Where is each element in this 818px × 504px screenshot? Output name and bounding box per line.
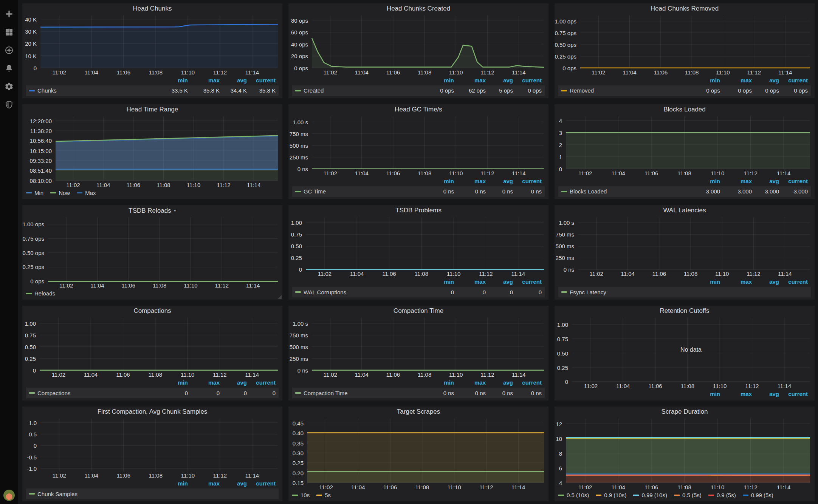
time-series-graph[interactable]	[312, 318, 544, 370]
time-series-graph[interactable]	[566, 116, 810, 169]
stat-header-current[interactable]: current	[513, 379, 542, 387]
panel-title[interactable]: Compactions	[22, 306, 282, 316]
legend-series-toggle[interactable]: Now	[50, 190, 70, 196]
stat-header-avg[interactable]: avg	[220, 379, 247, 387]
panel-title[interactable]: TSDB Reloads▾	[22, 205, 282, 216]
stat-header-max[interactable]: max	[720, 76, 752, 85]
legend-series-toggle[interactable]: WAL Corruptions	[295, 289, 346, 295]
stat-header-current[interactable]: current	[779, 278, 808, 286]
legend-series-toggle[interactable]: 0.5 (5s)	[674, 492, 702, 498]
time-series-graph[interactable]	[40, 318, 278, 370]
stat-header-max[interactable]: max	[188, 76, 220, 85]
stat-header-avg[interactable]: avg	[486, 76, 513, 85]
stat-header-avg[interactable]: avg	[752, 177, 779, 186]
stat-header-max[interactable]: max	[454, 379, 486, 387]
stat-header-avg[interactable]: avg	[486, 278, 513, 286]
panel-title[interactable]: Head Chunks Created	[288, 3, 548, 14]
stat-header-min[interactable]: min	[156, 76, 188, 85]
panel-title[interactable]: Retention Cutoffs	[555, 306, 815, 316]
panel-title[interactable]: Head Chunks Removed	[555, 3, 815, 14]
stat-header-max[interactable]: max	[720, 177, 752, 186]
stat-header-min[interactable]: min	[422, 177, 454, 186]
stat-header-current[interactable]: current	[247, 379, 276, 387]
stat-header-avg[interactable]: avg	[752, 278, 779, 286]
stat-header-max[interactable]: max	[720, 390, 752, 398]
panel-title[interactable]: TSDB Problems	[288, 205, 548, 216]
time-series-graph[interactable]	[48, 217, 278, 281]
sidebar-item-dashboards[interactable]	[4, 27, 14, 37]
stat-header-min[interactable]: min	[156, 379, 188, 387]
stat-header-min[interactable]: min	[688, 390, 720, 398]
time-series-graph[interactable]	[312, 15, 544, 68]
stat-header-max[interactable]: max	[454, 76, 486, 85]
stat-header-avg[interactable]: avg	[220, 76, 247, 85]
sidebar-item-explore[interactable]	[4, 45, 14, 55]
legend-series-toggle[interactable]: Removed	[561, 87, 594, 94]
stat-header-max[interactable]: max	[188, 479, 220, 488]
time-series-graph[interactable]	[566, 419, 810, 483]
stat-header-avg[interactable]: avg	[486, 379, 513, 387]
stat-header-max[interactable]: max	[188, 379, 220, 387]
panel-title[interactable]: Blocks Loaded	[555, 104, 815, 115]
time-series-graph[interactable]	[40, 419, 278, 471]
stat-header-current[interactable]: current	[779, 76, 808, 85]
stat-header-avg[interactable]: avg	[220, 479, 247, 488]
stat-header-min[interactable]: min	[688, 278, 720, 286]
panel-title[interactable]: First Compaction, Avg Chunk Samples	[22, 407, 282, 417]
panel-title[interactable]: Head Time Range	[22, 104, 282, 115]
stat-header-current[interactable]: current	[247, 479, 276, 488]
stat-header-min[interactable]: min	[422, 379, 454, 387]
legend-series-toggle[interactable]: GC Time	[295, 188, 326, 195]
sidebar-item-add[interactable]	[4, 9, 14, 19]
panel-title[interactable]: Compaction Time	[288, 306, 548, 316]
time-series-graph[interactable]	[578, 217, 810, 270]
panel-title[interactable]: Target Scrapes	[288, 407, 548, 417]
legend-series-toggle[interactable]: Chunk Samples	[29, 491, 77, 497]
stat-header-min[interactable]: min	[422, 76, 454, 85]
time-series-graph[interactable]	[312, 116, 544, 169]
time-series-graph[interactable]	[572, 318, 810, 382]
panel-resize-handle[interactable]	[278, 295, 282, 299]
stat-header-max[interactable]: max	[454, 177, 486, 186]
legend-series-toggle[interactable]: 0.99 (5s)	[743, 492, 773, 498]
stat-header-current[interactable]: current	[779, 390, 808, 398]
panel-title[interactable]: Head GC Time/s	[288, 104, 548, 115]
legend-series-toggle[interactable]: 10s	[292, 492, 310, 498]
legend-series-toggle[interactable]: Created	[295, 87, 324, 94]
legend-series-toggle[interactable]: Compaction Time	[295, 390, 348, 396]
stat-header-current[interactable]: current	[513, 76, 542, 85]
legend-series-toggle[interactable]: 0.9 (5s)	[708, 492, 736, 498]
stat-header-min[interactable]: min	[688, 177, 720, 186]
legend-series-toggle[interactable]: Chunks	[29, 87, 57, 94]
legend-series-toggle[interactable]: 0.5 (10s)	[558, 492, 589, 498]
legend-series-toggle[interactable]: Max	[77, 190, 96, 196]
legend-series-toggle[interactable]: Fsync Latency	[561, 289, 606, 295]
stat-header-avg[interactable]: avg	[752, 390, 779, 398]
sidebar-item-server-admin[interactable]	[4, 100, 14, 110]
time-series-graph[interactable]	[56, 116, 278, 181]
stat-header-min[interactable]: min	[688, 76, 720, 85]
legend-series-toggle[interactable]: Blocks Loaded	[561, 188, 607, 195]
panel-title[interactable]: Head Chunks	[22, 3, 282, 14]
panel-title[interactable]: Scrape Duration	[555, 407, 815, 417]
stat-header-min[interactable]: min	[156, 479, 188, 488]
stat-header-max[interactable]: max	[454, 278, 486, 286]
legend-series-toggle[interactable]: 0.9 (10s)	[596, 492, 626, 498]
stat-header-current[interactable]: current	[513, 278, 542, 286]
time-series-graph[interactable]	[40, 15, 278, 68]
time-series-graph[interactable]	[306, 217, 544, 270]
stat-header-current[interactable]: current	[513, 177, 542, 186]
stat-header-avg[interactable]: avg	[486, 177, 513, 186]
legend-series-toggle[interactable]: Min	[26, 190, 43, 196]
stat-header-max[interactable]: max	[720, 278, 752, 286]
stat-header-avg[interactable]: avg	[752, 76, 779, 85]
stat-header-current[interactable]: current	[247, 76, 276, 85]
legend-series-toggle[interactable]: 0.99 (10s)	[633, 492, 667, 498]
time-series-graph[interactable]	[307, 419, 544, 483]
sidebar-item-configuration[interactable]	[4, 82, 14, 91]
panel-title[interactable]: WAL Latencies	[555, 205, 815, 216]
legend-series-toggle[interactable]: Compactions	[29, 390, 71, 396]
stat-header-current[interactable]: current	[779, 177, 808, 186]
time-series-graph[interactable]	[580, 15, 810, 68]
stat-header-min[interactable]: min	[422, 278, 454, 286]
